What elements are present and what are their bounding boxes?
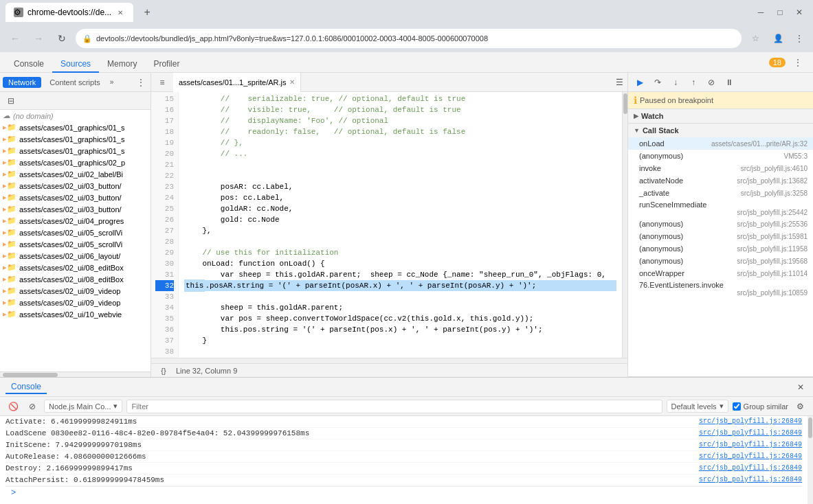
tree-item-14[interactable]: ▸📁assets/cases/02_ui/09_videop [0,285,151,297]
tree-item-5[interactable]: ▸📁assets/cases/02_ui/03_button/ [0,180,151,192]
watch-header[interactable]: ▶ Watch [628,109,813,123]
code-line-31: var sheep = this.goldAR.parent; sheep = … [184,269,616,280]
tab-network[interactable]: Network [3,77,41,88]
url-bar[interactable]: 🔒 devtools://devtools/bundled/js_app.htm… [76,29,742,48]
console-src-0[interactable]: src/jsb_polyfill.js:26849 [699,417,802,426]
console-src-4[interactable]: src/jsb_polyfill.js:26849 [699,464,802,472]
call-stack-item-9[interactable]: (anonymous) src/jsb_polyfill.js:19568 [628,255,813,267]
console-tab[interactable]: Console [5,380,47,394]
sidebar-more-icon[interactable]: » [110,78,114,86]
tree-item-0[interactable]: ▸📁assets/cases/01_graphics/01_s [0,122,151,133]
tree-item-1[interactable]: ▸📁assets/cases/01_graphics/01_s [0,133,151,145]
deactivate-breakpoints-button[interactable]: ⊘ [704,75,719,90]
console-clear-button[interactable]: 🚫 [5,399,21,414]
tree-item-8[interactable]: ▸📁assets/cases/02_ui/04_progres [0,215,151,227]
tab-sources[interactable]: Sources [52,56,99,73]
editor-v-scrollbar[interactable] [622,92,627,358]
call-stack-item-10[interactable]: onceWrapper src/jsb_polyfill.js:11014 [628,267,813,279]
call-stack-item-1[interactable]: (anonymous) VM55:3 [628,150,813,162]
close-button[interactable]: ✕ [791,4,808,21]
tree-item-12[interactable]: ▸📁assets/cases/02_ui/08_editBox [0,262,151,273]
console-input-field[interactable] [20,489,797,497]
pause-on-exceptions-button[interactable]: ⏸ [722,75,737,90]
tree-item-15[interactable]: ▸📁assets/cases/02_ui/09_videop [0,297,151,308]
call-stack-item-3[interactable]: activateNode src/jsb_polyfill.js:13682 [628,174,813,187]
step-over-button[interactable]: ↷ [650,75,665,90]
sidebar-h-scrollbar[interactable] [0,371,151,377]
browser-tab[interactable]: ⚙ chrome-devtools://de... ✕ [5,3,133,22]
step-into-button[interactable]: ↓ [668,75,683,90]
console-close-button[interactable]: ✕ [794,380,808,394]
call-stack-item-5[interactable]: runSceneImmediate src/jsb_polyfill.js:25… [628,199,813,218]
call-stack-item-4[interactable]: _activate src/jsb_polyfill.js:3258 [628,187,813,199]
bookmark-button[interactable]: ☆ [746,29,765,48]
tree-item-16[interactable]: ▸📁assets/cases/02_ui/10_webvie [0,308,151,320]
step-out-button[interactable]: ↑ [686,75,701,90]
editor-h-scrollbar[interactable] [151,358,627,363]
call-stack-item-0[interactable]: onLoad assets/cases/01...prite/AR.js:32 [628,137,813,150]
toggle-navigator-button[interactable]: ≡ [154,74,170,91]
console-src-3[interactable]: src/jsb_polyfill.js:26849 [699,453,802,461]
call-stack-item-6[interactable]: (anonymous) src/jsb_polyfill.js:25536 [628,218,813,230]
tab-console[interactable]: Console [5,56,52,73]
console-src-5[interactable]: src/jsb_polyfill.js:26849 [699,476,802,484]
back-button[interactable]: ← [5,29,25,48]
resume-button[interactable]: ▶ [632,75,647,90]
tree-item-13[interactable]: ▸📁assets/cases/02_ui/08_editBox [0,273,151,285]
console-settings-button[interactable]: ⚙ [792,399,808,414]
tree-item-6[interactable]: ▸📁assets/cases/02_ui/03_button/ [0,192,151,203]
group-similar-toggle[interactable]: Group similar [733,402,788,411]
editor-area: ≡ assets/cases/01...1_sprite/AR.js ✕ ☰ 1… [151,73,627,377]
tree-item-3[interactable]: ▸📁assets/cases/01_graphics/02_p [0,157,151,168]
new-tab-button[interactable]: + [139,4,155,21]
collapse-all-button[interactable]: ⊟ [4,94,18,108]
reload-button[interactable]: ↻ [52,29,71,48]
folder-icon: ▸📁 [3,135,16,144]
console-src-2[interactable]: src/jsb_polyfill.js:26849 [699,441,802,449]
tab-close-button[interactable]: ✕ [115,8,125,17]
sidebar-options-button[interactable]: ⋮ [134,76,148,89]
folder-icon: ▸📁 [3,181,16,190]
tree-item-2[interactable]: ▸📁assets/cases/01_graphics/01_s [0,145,151,157]
code-editor[interactable]: 1516171819 2021222324 2526272829 303132 … [151,92,622,358]
devtools-menu-button[interactable]: ⋮ [788,53,808,72]
tab-memory[interactable]: Memory [99,56,145,73]
call-stack-item-11[interactable]: 76.EventListeners.invoke src/jsb_polyfil… [628,279,813,298]
call-stack-item-7[interactable]: (anonymous) src/jsb_polyfill.js:15981 [628,230,813,242]
console-context-selector[interactable]: Node.js Main Co... ▾ [44,400,122,413]
tree-item-11[interactable]: ▸📁assets/cases/02_ui/06_layout/ [0,250,151,262]
tree-item-10[interactable]: ▸📁assets/cases/02_ui/05_scrollVi [0,238,151,250]
minimize-button[interactable]: ─ [753,4,769,21]
group-similar-checkbox[interactable] [733,402,741,411]
console-toolbar: 🚫 ⊘ Node.js Main Co... ▾ Default levels … [0,397,813,416]
tree-item-7[interactable]: ▸📁assets/cases/02_ui/03_button/ [0,203,151,215]
console-levels-selector[interactable]: Default levels ▾ [667,400,728,413]
breakpoint-notice: ℹ Paused on breakpoint [628,92,813,109]
call-stack-item-8[interactable]: (anonymous) src/jsb_polyfill.js:11958 [628,242,813,255]
console-v-scrollbar[interactable] [808,416,813,504]
tab-profiler[interactable]: Profiler [145,56,188,73]
folder-icon: ▸📁 [3,298,16,307]
call-stack-item-2[interactable]: invoke src/jsb_polyfill.js:4610 [628,162,813,174]
maximize-button[interactable]: □ [772,4,788,21]
tree-item-9[interactable]: ▸📁assets/cases/02_ui/05_scrollVi [0,227,151,238]
console-filter-input[interactable] [126,400,662,413]
tree-item-4[interactable]: ▸📁assets/cases/02_ui/02_label/Bi [0,168,151,180]
editor-tab-close-button[interactable]: ✕ [289,78,295,86]
call-stack-header[interactable]: ▼ Call Stack [628,124,813,137]
editor-more-button[interactable]: ☰ [611,74,627,91]
console-filter-toggle[interactable]: ⊘ [25,399,40,414]
tab-content-scripts[interactable]: Content scripts [44,77,105,88]
forward-button[interactable]: → [29,29,48,48]
editor-file-tab[interactable]: assets/cases/01...1_sprite/AR.js ✕ [173,73,301,92]
folder-icon: ▸📁 [3,263,16,272]
code-line-26: gold: cc.Node [184,214,616,225]
console-src-1[interactable]: src/jsb_polyfill.js:26849 [699,429,802,437]
user-button[interactable]: 👤 [769,30,787,47]
format-button[interactable]: {} [157,364,170,378]
folder-icon: ▸📁 [3,275,16,284]
cs-func-5: runSceneImmediate [639,201,808,209]
omnibar: ← → ↻ 🔒 devtools://devtools/bundled/js_a… [0,25,813,52]
extensions-button[interactable]: ⋮ [791,30,808,47]
cs-file-1: VM55:3 [784,152,808,160]
